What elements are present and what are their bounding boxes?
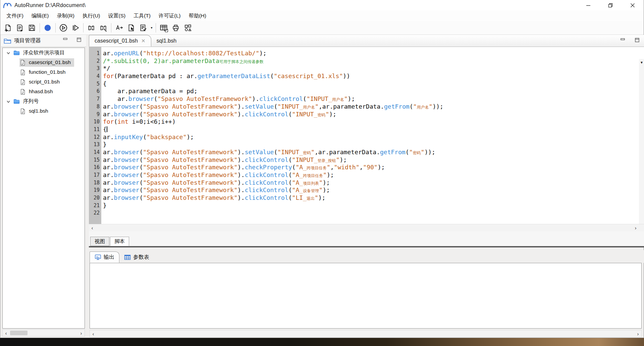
project-panel-header: 项目管理器 (1, 35, 86, 47)
panel-maximize-button[interactable] (76, 37, 82, 42)
scroll-left-arrow[interactable]: ‹ (3, 330, 9, 336)
script-file-icon (20, 89, 25, 95)
step-run-button[interactable] (69, 22, 82, 34)
code-line: 13} (89, 141, 639, 149)
expand-chevron-icon[interactable] (6, 51, 11, 55)
step-run-icon (71, 23, 80, 32)
code-line: 3*/ (89, 65, 639, 72)
output-hscrollbar[interactable]: ‹ › (90, 330, 642, 337)
panel-minimize-button[interactable] (63, 37, 68, 42)
autorunner-window: AutoRunner D:\ARdocument\ 文件(F)编辑(E)录制(R… (0, 0, 644, 338)
editor-view-tabs: 视图脚本 (89, 231, 644, 246)
menu-item[interactable]: 录制(R) (53, 11, 78, 21)
scroll-right-arrow[interactable]: › (78, 330, 85, 336)
restore-button[interactable] (599, 0, 622, 11)
line-number: 9 (89, 111, 101, 118)
scroll-left-arrow[interactable]: ‹ (89, 224, 96, 231)
line-number: 8 (89, 103, 101, 111)
tab-label: sql1.bsh (157, 38, 177, 44)
editor-hscrollbar[interactable]: ‹ › (89, 224, 644, 231)
editor-tab-casescript_01.bsh[interactable]: casescript_01.bsh✕ (89, 35, 151, 47)
scroll-left-arrow[interactable]: ‹ (90, 330, 97, 337)
check-script-button[interactable] (137, 22, 149, 34)
print-button[interactable] (170, 22, 182, 34)
output-tab-参数表[interactable]: 参数表 (119, 251, 154, 263)
project-tree-hscrollbar[interactable]: ‹ › (2, 329, 85, 337)
tree-file-sql1.bsh[interactable]: sql1.bsh (3, 106, 85, 116)
close-button[interactable] (622, 0, 644, 11)
find-next-button[interactable] (97, 22, 109, 34)
check-script-dropdown-arrow[interactable]: ▾ (149, 22, 154, 34)
tree-file-script_01.bsh[interactable]: script_01.bsh (3, 77, 85, 87)
tab-close-icon[interactable]: ✕ (141, 38, 146, 44)
open-script-button[interactable] (14, 22, 26, 34)
check-script-icon (139, 24, 147, 32)
code-editor[interactable]: 1ar.openURL("http://localhost:8082/TestL… (89, 47, 644, 224)
scroll-top-arrow[interactable]: ▼ (639, 60, 644, 65)
output-content (90, 263, 642, 329)
line-number: 14 (89, 149, 101, 156)
project-tree: 泽众软件演示项目casescript_01.bshfunction_01.bsh… (2, 48, 85, 329)
menubar: 文件(F)编辑(E)录制(R)执行(U)设置(S)工具(T)许可证(L)帮助(H… (0, 11, 644, 21)
tree-file-hhasd.bsh[interactable]: hhasd.bsh (3, 87, 85, 97)
app-logo-icon (3, 2, 12, 9)
code-line: 14ar.browser("Spasvo AutoTestFramework")… (89, 149, 639, 156)
line-number: 3 (89, 65, 101, 72)
menu-item[interactable]: 许可证(L) (155, 11, 184, 21)
table-icon (124, 254, 131, 260)
menu-item[interactable]: 帮助(H) (184, 11, 210, 21)
code-line: 12ar.inputKey("backspace"); (89, 133, 639, 141)
script-file-icon (20, 79, 25, 85)
line-number: 12 (89, 133, 101, 141)
scroll-right-arrow[interactable]: › (632, 224, 639, 231)
script-file-icon (20, 69, 25, 75)
code-line: 7 ar.browser("Spasvo AutoTestFramework")… (89, 95, 639, 103)
view-tab-脚本[interactable]: 脚本 (110, 237, 129, 246)
menu-item[interactable]: 工具(T) (129, 11, 155, 21)
code-line: 19ar.browser("Spasvo AutoTestFramework")… (89, 186, 639, 194)
record-button[interactable] (42, 22, 54, 34)
splitter-sash[interactable] (89, 246, 644, 247)
output-tab-输出[interactable]: 输出 (90, 251, 119, 263)
menu-item[interactable]: 设置(S) (104, 11, 130, 21)
components-button[interactable] (182, 22, 194, 34)
window-title: AutoRunner D:\ARdocument\ (14, 2, 86, 8)
scrollbar-thumb[interactable] (10, 331, 28, 335)
editor-minimize-button[interactable] (620, 38, 625, 43)
new-script-button[interactable] (2, 22, 14, 34)
menu-item[interactable]: 执行(U) (78, 11, 104, 21)
run-button[interactable] (57, 22, 69, 34)
goto-script-button[interactable] (125, 22, 137, 34)
line-number: 17 (89, 171, 101, 179)
save-button[interactable] (26, 22, 38, 34)
tree-file-function_01.bsh[interactable]: function_01.bsh (3, 67, 85, 77)
param-table-button[interactable] (158, 22, 170, 34)
line-number: 7 (89, 95, 101, 103)
desktop-background (0, 338, 644, 346)
project-panel-title: 项目管理器 (14, 37, 41, 44)
editor-vscrollbar[interactable]: ▼ ▼ (639, 59, 644, 236)
view-tab-视图[interactable]: 视图 (90, 237, 109, 246)
toolbar: ▾ (0, 21, 644, 35)
folder-icon (13, 99, 20, 104)
scroll-right-arrow[interactable]: › (635, 330, 641, 337)
expand-chevron-icon[interactable] (6, 99, 11, 104)
code-line: 4for(ParameterData pd : ar.getParameterD… (89, 72, 639, 80)
minimize-button[interactable] (577, 0, 599, 11)
tree-file-casescript_01.bsh[interactable]: casescript_01.bsh (3, 58, 85, 67)
tree-item-label: function_01.bsh (28, 68, 67, 76)
line-number: 21 (89, 202, 101, 210)
project-panel: 项目管理器 泽众软件演示项目casescript_01.bshfunction_… (0, 35, 87, 337)
editor-maximize-button[interactable] (635, 38, 640, 43)
project-folder-icon (4, 38, 11, 44)
line-number: 18 (89, 179, 101, 187)
find-button[interactable] (85, 22, 97, 34)
toolbar-separator (111, 23, 111, 33)
menu-item[interactable]: 文件(F) (2, 11, 28, 21)
tree-folder-泽众软件演示项目[interactable]: 泽众软件演示项目 (3, 48, 85, 58)
menu-item[interactable]: 编辑(E) (28, 11, 53, 21)
rename-button[interactable] (113, 22, 125, 34)
tree-item-label: sql1.bsh (28, 107, 50, 115)
tree-folder-序列号[interactable]: 序列号 (3, 97, 85, 106)
editor-tab-sql1.bsh[interactable]: sql1.bsh (151, 35, 182, 47)
